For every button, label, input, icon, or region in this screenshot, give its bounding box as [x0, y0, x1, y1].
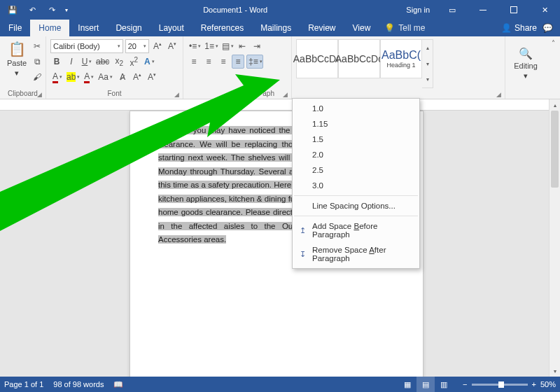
ribbon-display-options-button[interactable]: ▭ [437, 0, 468, 20]
editing-button[interactable]: 🔍 Editing ▾ [511, 46, 540, 82]
share-button[interactable]: 👤 Share [501, 23, 537, 33]
print-layout-icon: ▤ [422, 380, 429, 389]
add-space-before[interactable]: ↥ Add Space Before Paragraph [293, 218, 419, 242]
spacing-1-15[interactable]: 1.15 [293, 116, 419, 132]
tab-review[interactable]: Review [300, 20, 344, 36]
font-color2-button[interactable]: A▾ [82, 70, 94, 84]
gallery-more-button[interactable]: ▾ [422, 71, 433, 88]
tab-view[interactable]: View [344, 20, 379, 36]
tell-me-search[interactable]: 💡 Tell me [384, 20, 425, 36]
font-dialog-launcher[interactable]: ◢ [174, 91, 181, 98]
italic-button[interactable]: I [65, 55, 78, 69]
numbering-button[interactable]: 1≡▾ [203, 39, 218, 53]
subscript-button[interactable]: x2 [113, 55, 125, 69]
style-heading1[interactable]: AaBbC( Heading 1 [380, 39, 422, 78]
cut-button[interactable]: ✂ [31, 39, 43, 53]
maximize-button[interactable] [498, 0, 529, 20]
multilevel-icon: ▤ [222, 41, 230, 51]
spacing-1-0[interactable]: 1.0 [293, 101, 419, 116]
spacing-1-5[interactable]: 1.5 [293, 132, 419, 147]
bullets-button[interactable]: •≡▾ [188, 39, 201, 53]
justify-button[interactable]: ≡ [232, 55, 244, 69]
save-button[interactable]: 💾 [3, 0, 22, 20]
align-right-icon: ≡ [220, 57, 225, 66]
customize-qat-button[interactable]: ▾ [62, 0, 71, 20]
font-size-combo[interactable]: 20 ▾ [125, 39, 149, 53]
multilevel-button[interactable]: ▤▾ [220, 39, 234, 53]
clipboard-dialog-launcher[interactable]: ◢ [37, 91, 44, 98]
gallery-down-button[interactable]: ▾ [422, 56, 433, 72]
spacing-2-0[interactable]: 2.0 [293, 147, 419, 162]
grow-font-icon: A▴ [133, 72, 141, 82]
tab-design[interactable]: Design [107, 20, 150, 36]
scroll-up-button[interactable]: ▴ [550, 99, 560, 111]
remove-space-after[interactable]: ↧ Remove Space After Paragraph [293, 242, 419, 266]
tab-home[interactable]: Home [30, 20, 69, 36]
word-count[interactable]: 98 of 98 words [53, 380, 104, 388]
decrease-indent-button[interactable]: ⇤ [236, 39, 248, 53]
quick-access-toolbar: 💾 ↶ ↷ ▾ [0, 0, 71, 20]
line-spacing-options[interactable]: Line Spacing Options... [293, 198, 419, 214]
font-color-button[interactable]: A▾ [50, 70, 63, 84]
clear-formatting-button[interactable]: A̷ [116, 70, 129, 84]
styles-gallery[interactable]: AaBbCcDc AaBbCcDc AaBbC( Heading 1 ▴ ▾ ▾ [296, 39, 433, 88]
minimize-button[interactable] [468, 0, 498, 20]
zoom-thumb[interactable] [498, 382, 504, 388]
paragraph-dialog-launcher[interactable]: ◢ [283, 91, 290, 98]
close-button[interactable]: ✕ [529, 0, 560, 20]
paste-button[interactable]: 📋 Paste ▾ [4, 39, 29, 88]
styles-dialog-launcher[interactable]: ◢ [496, 91, 503, 98]
spacing-3-0[interactable]: 3.0 [293, 178, 419, 193]
sign-in-link[interactable]: Sign in [399, 6, 437, 14]
increase-indent-button[interactable]: ⇥ [251, 39, 263, 53]
shrink-font-button[interactable]: A▾ [146, 70, 158, 84]
format-painter-button[interactable]: 🖌 [31, 70, 43, 84]
change-case-button[interactable]: Aa▾ [97, 70, 114, 84]
change-case-icon: Aa [98, 72, 108, 82]
proofing-icon[interactable]: 📖 [113, 380, 123, 389]
style-no-spacing[interactable]: AaBbCcDc [338, 39, 380, 78]
font-name-combo[interactable]: Calibri (Body) ▾ [50, 39, 123, 53]
highlight-button[interactable]: ab▾ [65, 70, 80, 84]
page-indicator[interactable]: Page 1 of 1 [4, 380, 43, 388]
tab-file[interactable]: File [0, 20, 30, 36]
style-normal[interactable]: AaBbCcDc [296, 39, 338, 78]
align-left-button[interactable]: ≡ [188, 55, 200, 69]
increase-font-button[interactable]: A▴ [151, 39, 164, 53]
scroll-down-button[interactable]: ▾ [550, 365, 560, 377]
spacing-2-5[interactable]: 2.5 [293, 162, 419, 178]
align-center-button[interactable]: ≡ [202, 55, 215, 69]
horizontal-ruler[interactable] [0, 99, 560, 111]
strikethrough-button[interactable]: abc [94, 55, 111, 69]
text-effects-button[interactable]: A▾ [142, 55, 155, 69]
line-spacing-button[interactable]: ‡≡▾ [246, 55, 263, 69]
tab-mailings[interactable]: Mailings [252, 20, 300, 36]
read-mode-button[interactable]: ▦ [398, 377, 416, 392]
align-right-button[interactable]: ≡ [217, 55, 230, 69]
zoom-level[interactable]: 50% [540, 380, 556, 388]
print-layout-button[interactable]: ▤ [416, 377, 435, 392]
comments-icon[interactable]: 💬 [542, 23, 553, 33]
underline-icon: U [82, 57, 88, 66]
decrease-font-button[interactable]: A▾ [166, 39, 178, 53]
tab-references[interactable]: References [192, 20, 252, 36]
gallery-up-button[interactable]: ▴ [422, 40, 433, 56]
bold-button[interactable]: B [50, 55, 63, 69]
collapse-ribbon-button[interactable]: ˄ [552, 39, 555, 47]
copy-button[interactable]: ⧉ [31, 55, 43, 69]
undo-button[interactable]: ↶ [22, 0, 42, 20]
zoom-in-button[interactable]: + [532, 380, 536, 388]
web-layout-button[interactable]: ▥ [435, 377, 453, 392]
zoom-slider[interactable] [472, 384, 528, 386]
tab-insert[interactable]: Insert [69, 20, 107, 36]
superscript-button[interactable]: x2 [127, 55, 140, 69]
scroll-thumb[interactable] [551, 111, 559, 188]
tab-layout[interactable]: Layout [150, 20, 192, 36]
redo-button[interactable]: ↷ [42, 0, 62, 20]
grow-font-button[interactable]: A▴ [131, 70, 144, 84]
group-label-paragraph: aph [188, 88, 287, 97]
vertical-scrollbar[interactable]: ▴ ▾ [549, 99, 560, 377]
scroll-track[interactable] [550, 111, 560, 365]
zoom-out-button[interactable]: − [463, 380, 467, 388]
underline-button[interactable]: U▾ [80, 55, 92, 69]
